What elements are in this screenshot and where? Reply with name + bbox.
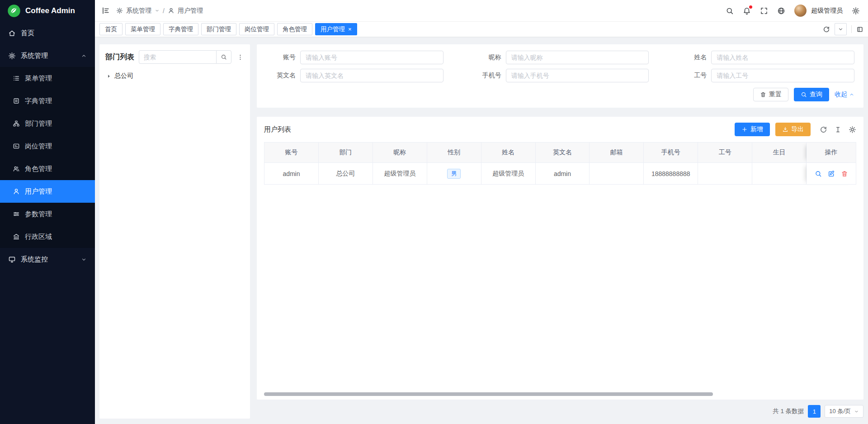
work-no-input[interactable]	[711, 69, 854, 82]
user-list-card: 用户列表 新增 导出	[257, 117, 863, 400]
delete-row-icon[interactable]	[841, 170, 848, 177]
department-search-input[interactable]	[139, 50, 216, 64]
close-tab-icon[interactable]: ×	[348, 26, 352, 32]
page-size-select[interactable]: 10 条/页	[825, 405, 863, 418]
sidebar: Coffee Admin 首页 系统管理 菜单管理 字典管理	[0, 0, 95, 424]
sidebar-item-label: 首页	[21, 29, 34, 38]
tree-node-label: 总公司	[114, 72, 133, 80]
refresh-table-icon[interactable]	[820, 126, 827, 133]
horizontal-scrollbar[interactable]	[264, 392, 713, 396]
col-nickname: 昵称	[373, 143, 427, 163]
tab-role-mgmt[interactable]: 角色管理	[277, 23, 312, 35]
sidebar-item-dept-mgmt[interactable]: 部门管理	[0, 112, 95, 135]
sidebar-submenu-system: 菜单管理 字典管理 部门管理 岗位管理 角色管理	[0, 67, 95, 248]
col-english-name: 英文名	[536, 143, 590, 163]
department-panel: 部门列表 总公司	[99, 44, 250, 419]
collapse-sidebar-icon[interactable]	[101, 6, 110, 15]
layout-icon[interactable]	[856, 26, 863, 33]
nickname-input[interactable]	[506, 51, 649, 64]
content-area: 部门列表 总公司 账号	[95, 37, 868, 424]
name-field: 姓名	[674, 51, 854, 64]
list-icon	[13, 75, 20, 82]
sidebar-item-param-mgmt[interactable]: 参数管理	[0, 203, 95, 225]
notification-bell-icon[interactable]	[743, 7, 751, 15]
tab-user-mgmt[interactable]: 用户管理 ×	[315, 23, 357, 35]
user-list-header: 用户列表 新增 导出	[264, 123, 856, 136]
tab-home[interactable]: 首页	[99, 23, 123, 35]
export-button[interactable]: 导出	[775, 123, 811, 136]
id-card-icon	[13, 143, 20, 150]
breadcrumb-level2: 用户管理	[178, 7, 203, 15]
logo-leaf-icon	[7, 4, 21, 18]
right-column: 账号 昵称 姓名 英文名	[257, 44, 863, 419]
caret-right-icon	[106, 74, 111, 79]
sidebar-item-region[interactable]: 行政区域	[0, 225, 95, 248]
fullscreen-icon[interactable]	[760, 7, 768, 15]
work-no-field: 工号	[674, 69, 854, 82]
cell-phone: 18888888888	[644, 163, 698, 185]
page-number-button[interactable]: 1	[808, 405, 821, 418]
department-search-button[interactable]	[216, 50, 231, 64]
monitor-icon	[8, 256, 16, 263]
search-icon[interactable]	[726, 7, 734, 15]
row-height-icon[interactable]	[834, 126, 842, 133]
app-logo[interactable]: Coffee Admin	[0, 0, 95, 22]
gender-tag: 男	[447, 169, 461, 179]
sidebar-item-menu-mgmt[interactable]: 菜单管理	[0, 67, 95, 90]
bank-icon	[13, 233, 20, 240]
gear-icon	[8, 52, 16, 60]
chevron-down-icon	[838, 26, 844, 32]
add-user-button[interactable]: 新增	[735, 123, 770, 136]
settings-gear-icon[interactable]	[852, 7, 860, 15]
cell-work-no	[698, 163, 752, 185]
department-more-icon[interactable]	[236, 54, 244, 61]
filter-actions: 重置 查询 收起	[263, 88, 854, 101]
tab-menu-mgmt[interactable]: 菜单管理	[125, 23, 160, 35]
sidebar-item-label: 字典管理	[25, 97, 52, 105]
account-input[interactable]	[300, 51, 443, 64]
tab-dept-mgmt[interactable]: 部门管理	[201, 23, 236, 35]
column-settings-gear-icon[interactable]	[849, 126, 856, 133]
view-row-icon[interactable]	[815, 170, 822, 177]
download-icon	[782, 126, 788, 133]
name-input[interactable]	[711, 51, 854, 64]
cell-actions	[807, 163, 856, 185]
user-icon	[13, 188, 20, 195]
breadcrumb-level1[interactable]: 系统管理	[126, 7, 151, 15]
col-work-no: 工号	[698, 143, 752, 163]
tab-options-dropdown[interactable]	[835, 23, 847, 35]
refresh-tab-icon[interactable]	[823, 26, 830, 33]
sidebar-item-label: 参数管理	[25, 210, 52, 219]
sidebar-item-post-mgmt[interactable]: 岗位管理	[0, 135, 95, 157]
english-name-input[interactable]	[300, 69, 443, 82]
reset-button[interactable]: 重置	[753, 88, 788, 101]
sidebar-item-system[interactable]: 系统管理	[0, 44, 95, 67]
user-avatar[interactable]	[794, 5, 807, 17]
collapse-filter-link[interactable]: 收起	[835, 91, 854, 99]
tab-post-mgmt[interactable]: 岗位管理	[239, 23, 274, 35]
col-gender: 性别	[427, 143, 481, 163]
language-icon[interactable]	[777, 7, 785, 15]
phone-input[interactable]	[506, 69, 649, 82]
sidebar-item-role-mgmt[interactable]: 角色管理	[0, 157, 95, 180]
tree-node-head-office[interactable]: 总公司	[105, 69, 244, 83]
sidebar-item-monitor[interactable]: 系统监控	[0, 248, 95, 271]
sidebar-item-dict-mgmt[interactable]: 字典管理	[0, 90, 95, 112]
search-button[interactable]: 查询	[794, 88, 829, 101]
sidebar-item-user-mgmt[interactable]: 用户管理	[0, 180, 95, 203]
current-user-name[interactable]: 超级管理员	[811, 7, 843, 15]
sidebar-item-home[interactable]: 首页	[0, 22, 95, 44]
notification-badge	[749, 5, 752, 9]
breadcrumb-separator: /	[163, 7, 165, 14]
name-label: 姓名	[674, 53, 707, 62]
tabbar: 首页 菜单管理 字典管理 部门管理 岗位管理 角色管理 用户管理 ×	[95, 22, 868, 37]
filter-card: 账号 昵称 姓名 英文名	[257, 44, 863, 108]
tab-dict-mgmt[interactable]: 字典管理	[163, 23, 198, 35]
sidebar-item-label: 岗位管理	[25, 142, 52, 151]
user-icon	[168, 7, 175, 14]
english-name-label: 英文名	[263, 71, 296, 80]
department-panel-header: 部门列表	[105, 50, 244, 64]
user-list-actions: 新增 导出	[735, 123, 856, 136]
col-account: 账号	[264, 143, 319, 163]
edit-row-icon[interactable]	[828, 170, 835, 177]
